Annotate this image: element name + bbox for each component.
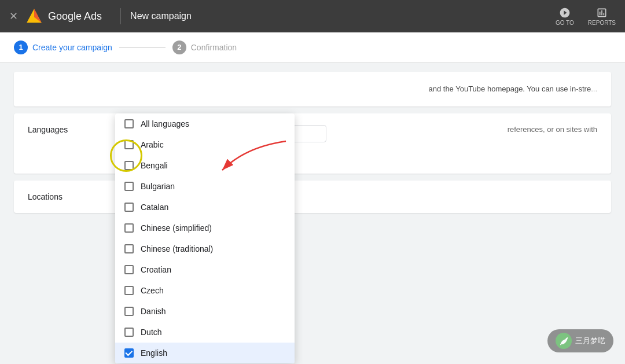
app-header: ✕ Google Ads New campaign GO TO REPORTS xyxy=(0,0,625,32)
dropdown-item-english[interactable]: English xyxy=(115,343,295,363)
step-connector xyxy=(119,47,166,47)
checkbox-danish xyxy=(124,307,134,316)
dropdown-item-chinese_simplified[interactable]: Chinese (simplified) xyxy=(115,218,295,238)
app-name-label: Google Ads xyxy=(48,10,102,23)
dropdown-item-all[interactable]: All languages xyxy=(115,113,295,134)
watermark: 三月梦呓 xyxy=(547,329,613,352)
reports-button[interactable]: REPORTS xyxy=(588,7,616,26)
close-icon[interactable]: ✕ xyxy=(9,10,18,23)
checkbox-croatian xyxy=(124,265,134,274)
checkbox-czech xyxy=(124,286,134,295)
watermark-icon xyxy=(556,333,572,349)
dropdown-item-label-chinese_simplified: Chinese (simplified) xyxy=(141,223,212,233)
step2-circle: 2 xyxy=(172,41,186,54)
breadcrumb-bar: 1 Create your campaign 2 Confirmation xyxy=(0,32,625,62)
app-logo: Google Ads xyxy=(25,7,111,25)
dropdown-item-catalan[interactable]: Catalan xyxy=(115,197,295,218)
dropdown-item-danish[interactable]: Danish xyxy=(115,301,295,322)
locations-section-inner: Locations United States (country) xyxy=(28,192,597,201)
goto-icon xyxy=(559,7,571,19)
checkbox-all xyxy=(124,119,134,128)
checkbox-chinese_traditional xyxy=(124,244,134,253)
top-info-card: and the YouTube homepage. You can use in… xyxy=(14,72,611,106)
languages-side-description: references, or on sites with xyxy=(508,125,597,134)
dropdown-item-czech[interactable]: Czech xyxy=(115,280,295,301)
checkbox-arabic xyxy=(124,140,134,149)
languages-card: Languages English ✕ references, or on si… xyxy=(14,113,611,174)
languages-section-header: Languages English ✕ references, or on si… xyxy=(28,125,597,162)
header-divider xyxy=(120,8,121,24)
google-ads-logo-icon xyxy=(25,7,43,25)
top-info-text: and the YouTube homepage. You can use in… xyxy=(428,83,597,95)
page-title: New campaign xyxy=(130,11,192,21)
dropdown-item-label-chinese_traditional: Chinese (traditional) xyxy=(141,244,213,253)
dropdown-item-label-arabic: Arabic xyxy=(141,140,164,149)
dropdown-item-chinese_traditional[interactable]: Chinese (traditional) xyxy=(115,238,295,259)
locations-card: Locations United States (country) xyxy=(14,181,611,213)
watermark-bubble: 三月梦呓 xyxy=(547,329,613,352)
step2: 2 Confirmation xyxy=(172,41,237,54)
header-actions: GO TO REPORTS xyxy=(556,7,616,26)
dropdown-item-label-bulgarian: Bulgarian xyxy=(141,182,175,191)
language-dropdown: All languagesArabicBengaliBulgarianCatal… xyxy=(115,113,295,363)
dropdown-item-arabic[interactable]: Arabic xyxy=(115,134,295,155)
dropdown-item-label-bengali: Bengali xyxy=(141,161,168,170)
dropdown-item-label-all: All languages xyxy=(141,119,189,128)
dropdown-item-label-english: English xyxy=(141,348,167,358)
dropdown-item-label-catalan: Catalan xyxy=(141,203,168,212)
main-content: and the YouTube homepage. You can use in… xyxy=(0,62,625,364)
reports-icon xyxy=(596,7,608,19)
dropdown-item-bulgarian[interactable]: Bulgarian xyxy=(115,176,295,197)
checkbox-dutch xyxy=(124,328,134,337)
checkbox-bengali xyxy=(124,161,134,170)
dropdown-item-label-czech: Czech xyxy=(141,286,164,295)
dropdown-item-croatian[interactable]: Croatian xyxy=(115,259,295,280)
dropdown-item-label-croatian: Croatian xyxy=(141,265,171,274)
step1-circle: 1 xyxy=(14,41,28,54)
dropdown-item-dutch[interactable]: Dutch xyxy=(115,322,295,343)
watermark-text: 三月梦呓 xyxy=(575,336,605,346)
watermark-leaf-icon xyxy=(558,336,569,346)
step2-label: Confirmation xyxy=(191,43,237,52)
checkbox-english xyxy=(124,348,134,358)
dropdown-item-label-danish: Danish xyxy=(141,307,166,316)
step1: 1 Create your campaign xyxy=(14,41,112,54)
checkbox-catalan xyxy=(124,203,134,212)
dropdown-item-label-dutch: Dutch xyxy=(141,328,162,337)
checkbox-chinese_simplified xyxy=(124,223,134,233)
checkbox-bulgarian xyxy=(124,182,134,191)
dropdown-item-bengali[interactable]: Bengali xyxy=(115,155,295,176)
goto-button[interactable]: GO TO xyxy=(556,7,574,26)
step1-label: Create your campaign xyxy=(32,43,112,52)
